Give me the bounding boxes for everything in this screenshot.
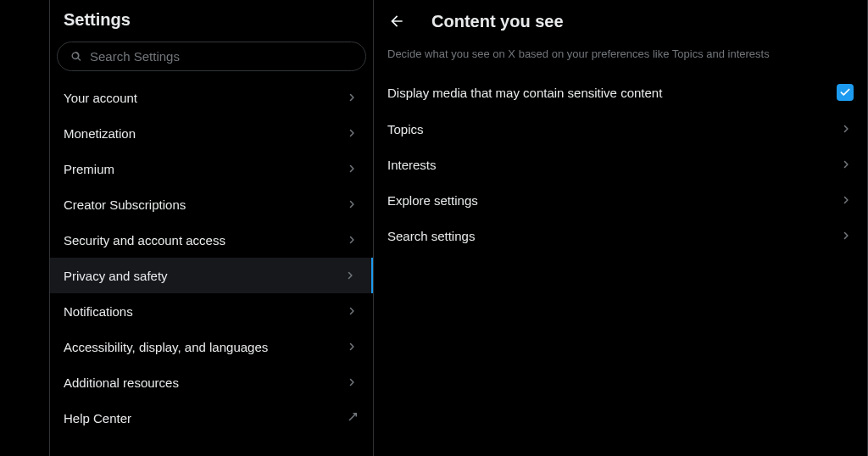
nav-item-additional-resources[interactable]: Additional resources bbox=[50, 364, 373, 400]
search-input[interactable] bbox=[90, 49, 353, 64]
nav-item-your-account[interactable]: Your account bbox=[50, 80, 373, 115]
chevron-right-icon bbox=[342, 268, 358, 283]
content-title: Content you see bbox=[431, 12, 564, 31]
nav-item-notifications[interactable]: Notifications bbox=[50, 293, 373, 329]
check-icon bbox=[839, 86, 851, 98]
chevron-right-icon bbox=[838, 121, 854, 136]
nav-label: Security and account access bbox=[64, 233, 225, 247]
search-box[interactable] bbox=[57, 42, 366, 71]
sidebar-header: Settings bbox=[50, 0, 373, 36]
arrow-left-icon bbox=[388, 13, 405, 30]
chevron-right-icon bbox=[344, 125, 359, 141]
nav-label: Help Center bbox=[64, 411, 131, 425]
settings-nav-list: Your account Monetization Premium Creato… bbox=[50, 80, 373, 436]
setting-label: Explore settings bbox=[387, 193, 478, 208]
setting-label: Search settings bbox=[387, 229, 475, 243]
settings-sidebar: Settings Your account Monetization Premi… bbox=[50, 0, 374, 456]
search-icon bbox=[70, 50, 83, 64]
nav-item-monetization[interactable]: Monetization bbox=[50, 115, 373, 151]
chevron-right-icon bbox=[344, 375, 359, 390]
chevron-right-icon bbox=[344, 339, 359, 354]
chevron-right-icon bbox=[344, 161, 359, 176]
setting-explore[interactable]: Explore settings bbox=[374, 182, 867, 218]
search-container bbox=[50, 36, 373, 80]
content-description: Decide what you see on X based on your p… bbox=[374, 41, 867, 74]
checkbox-checked[interactable] bbox=[837, 84, 854, 101]
chevron-right-icon bbox=[344, 232, 359, 247]
settings-title: Settings bbox=[64, 10, 359, 30]
app-left-gutter bbox=[0, 0, 50, 456]
nav-item-help-center[interactable]: Help Center bbox=[50, 400, 373, 436]
nav-label: Premium bbox=[64, 162, 114, 176]
nav-label: Privacy and safety bbox=[64, 269, 168, 283]
setting-interests[interactable]: Interests bbox=[374, 147, 867, 182]
nav-item-security-account-access[interactable]: Security and account access bbox=[50, 222, 373, 258]
chevron-right-icon bbox=[838, 192, 854, 208]
back-button[interactable] bbox=[382, 7, 411, 36]
chevron-right-icon bbox=[344, 197, 359, 212]
content-panel: Content you see Decide what you see on X… bbox=[374, 0, 868, 456]
content-list: Display media that may contain sensitive… bbox=[374, 74, 867, 253]
nav-label: Monetization bbox=[64, 126, 136, 141]
content-header: Content you see bbox=[374, 0, 867, 41]
chevron-right-icon bbox=[344, 90, 359, 105]
nav-label: Notifications bbox=[64, 304, 133, 319]
nav-label: Your account bbox=[64, 91, 137, 105]
setting-label: Interests bbox=[387, 158, 437, 172]
external-link-icon bbox=[344, 410, 359, 425]
nav-label: Creator Subscriptions bbox=[64, 197, 186, 212]
setting-sensitive-media[interactable]: Display media that may contain sensitive… bbox=[374, 74, 867, 111]
nav-item-premium[interactable]: Premium bbox=[50, 151, 373, 186]
setting-label: Display media that may contain sensitive… bbox=[387, 86, 662, 100]
nav-label: Additional resources bbox=[64, 375, 179, 390]
setting-label: Topics bbox=[387, 122, 424, 136]
chevron-right-icon bbox=[838, 157, 854, 172]
setting-search[interactable]: Search settings bbox=[374, 218, 867, 253]
nav-label: Accessibility, display, and languages bbox=[64, 340, 268, 354]
nav-item-accessibility[interactable]: Accessibility, display, and languages bbox=[50, 329, 373, 364]
nav-item-creator-subscriptions[interactable]: Creator Subscriptions bbox=[50, 186, 373, 222]
chevron-right-icon bbox=[838, 228, 854, 243]
nav-item-privacy-safety[interactable]: Privacy and safety bbox=[50, 258, 373, 293]
chevron-right-icon bbox=[344, 303, 359, 319]
setting-topics[interactable]: Topics bbox=[374, 111, 867, 147]
